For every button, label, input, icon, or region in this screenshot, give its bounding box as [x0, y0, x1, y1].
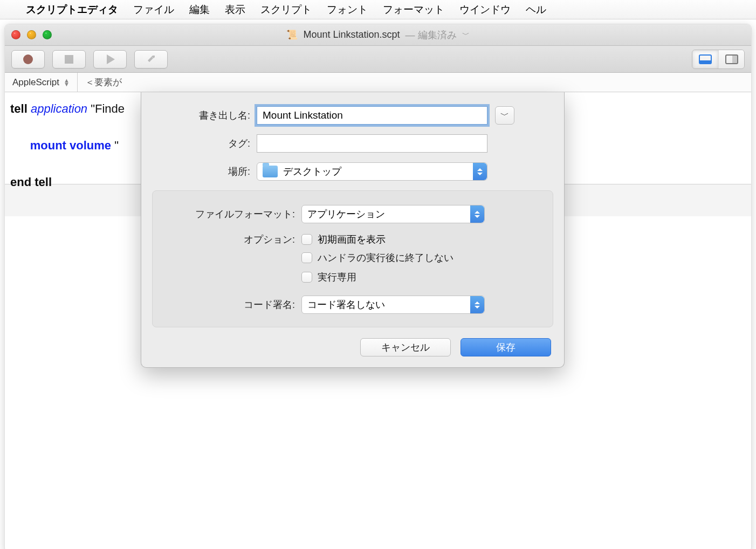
minimize-button[interactable] [27, 30, 36, 39]
export-name-label: 書き出し名: [161, 109, 257, 122]
cancel-button[interactable]: キャンセル [360, 338, 451, 356]
file-format-value: アプリケーション [307, 208, 385, 221]
updown-icon [470, 205, 484, 223]
file-format-popup[interactable]: アプリケーション [301, 205, 485, 223]
app-menu[interactable]: スクリプトエディタ [26, 3, 118, 17]
option-show-startup-label: 初期画面を表示 [318, 233, 386, 246]
menu-edit[interactable]: 編集 [189, 3, 210, 17]
where-value: デスクトップ [283, 165, 341, 178]
structure-breadcrumb[interactable]: ＜要素が [78, 76, 129, 88]
code-token: "Finde [91, 102, 125, 115]
updown-icon [470, 296, 484, 313]
show-log-pane-button[interactable] [718, 50, 744, 68]
traffic-lights [11, 30, 52, 39]
record-button[interactable] [11, 50, 45, 68]
menu-format[interactable]: フォーマット [383, 3, 444, 17]
chevron-down-icon: ﹀ [500, 110, 509, 121]
document-icon: 📜 [286, 29, 298, 40]
code-token: end tell [10, 175, 52, 189]
option-run-only-label: 実行専用 [318, 271, 356, 284]
menubar: スクリプトエディタ ファイル 編集 表示 スクリプト フォント フォーマット ウ… [0, 0, 756, 19]
menu-script[interactable]: スクリプト [260, 3, 312, 17]
chevron-down-icon: ﹀ [462, 30, 470, 40]
code-token: " [111, 139, 119, 152]
titlebar: 📜 Mount Linkstation.scpt — 編集済み ﹀ [5, 24, 751, 46]
tags-input[interactable] [257, 134, 487, 153]
menu-window[interactable]: ウインドウ [459, 3, 511, 17]
file-format-label: ファイルフォーマット: [161, 208, 301, 221]
options-label: オプション: [161, 233, 301, 246]
view-segmented-control [692, 50, 745, 69]
zoom-button[interactable] [43, 30, 52, 39]
close-button[interactable] [11, 30, 20, 39]
menu-help[interactable]: ヘル [526, 3, 546, 17]
hammer-icon [146, 53, 156, 65]
export-name-input[interactable] [257, 106, 487, 125]
codesign-popup[interactable]: コード署名しない [301, 296, 485, 314]
option-run-only-checkbox[interactable] [301, 272, 312, 283]
svg-rect-3 [732, 55, 738, 64]
option-show-startup-checkbox[interactable] [301, 234, 312, 245]
menu-font[interactable]: フォント [327, 3, 368, 17]
menu-file[interactable]: ファイル [133, 3, 174, 17]
updown-icon [473, 163, 487, 180]
filename-label: Mount Linkstation.scpt [303, 29, 400, 40]
editor-header: AppleScript ▲▼ ＜要素が [5, 73, 751, 92]
edited-label: — 編集済み [406, 29, 457, 42]
menu-view[interactable]: 表示 [225, 3, 245, 17]
code-token: application [31, 102, 87, 115]
toolbar [5, 46, 751, 73]
folder-icon [263, 166, 278, 177]
code-token: mount volume [30, 139, 111, 152]
expand-save-dialog-button[interactable]: ﹀ [495, 106, 514, 125]
save-button[interactable]: 保存 [461, 338, 551, 356]
option-stay-open-label: ハンドラの実行後に終了しない [318, 251, 453, 264]
option-stay-open-checkbox[interactable] [301, 252, 312, 263]
editor-window: 📜 Mount Linkstation.scpt — 編集済み ﹀ Ap [4, 24, 752, 549]
language-label: AppleScript [12, 77, 59, 88]
save-sheet: 書き出し名: ﹀ タグ: 場所: デスクトップ ファイルフォーマット: [141, 92, 565, 368]
language-selector[interactable]: AppleScript ▲▼ [5, 73, 78, 92]
show-result-pane-button[interactable] [692, 50, 718, 68]
codesign-label: コード署名: [161, 298, 301, 311]
options-groupbox: ファイルフォーマット: アプリケーション オプション: 初期画面を表示 ハンドラ… [152, 190, 553, 327]
stop-button[interactable] [52, 50, 86, 68]
svg-rect-1 [699, 60, 711, 64]
sheet-button-row: キャンセル 保存 [141, 338, 564, 356]
updown-icon: ▲▼ [64, 79, 70, 85]
codesign-value: コード署名しない [307, 298, 385, 311]
window-title[interactable]: 📜 Mount Linkstation.scpt — 編集済み ﹀ [286, 29, 469, 42]
tags-label: タグ: [161, 137, 257, 150]
where-label: 場所: [161, 165, 257, 178]
compile-button[interactable] [134, 50, 168, 68]
run-button[interactable] [93, 50, 127, 68]
where-popup[interactable]: デスクトップ [257, 162, 487, 181]
code-token: tell [10, 102, 28, 115]
